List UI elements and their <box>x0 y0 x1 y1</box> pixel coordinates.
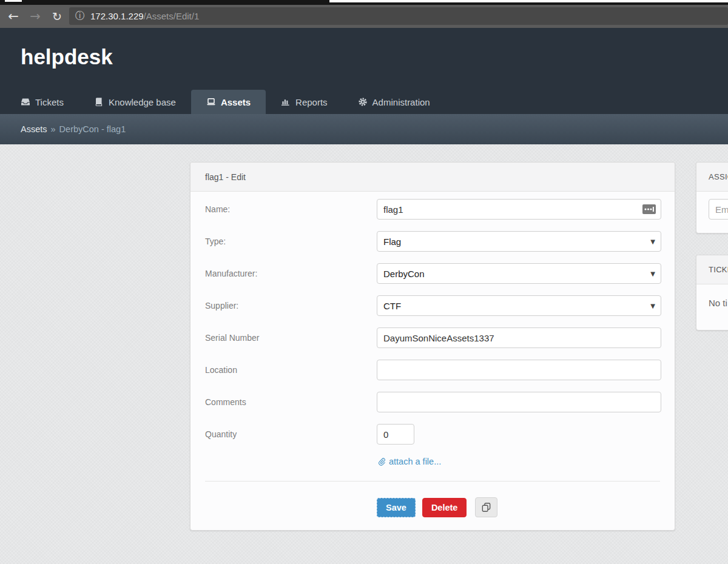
app-header: helpdesk <box>0 28 728 90</box>
window-behind-edge <box>329 0 728 2</box>
serial-number-input[interactable] <box>377 327 661 348</box>
url-bar[interactable]: ⓘ 172.30.1.229/Assets/Edit/1 <box>69 7 728 25</box>
location-label: Location <box>190 365 377 375</box>
tab-knowledge-base[interactable]: Knowledge base <box>79 90 191 114</box>
browser-tab-edge <box>5 0 22 2</box>
form-row-supplier: Supplier: CTF ▼ <box>190 295 675 316</box>
tab-assets[interactable]: Assets <box>191 90 266 114</box>
breadcrumb: Assets » DerbyCon - flag1 <box>0 114 728 144</box>
assigned-panel: ASSIG <box>696 162 728 233</box>
serial-number-label: Serial Number <box>190 333 377 343</box>
attach-file-label: attach a file... <box>389 457 441 466</box>
tickets-panel: TICKE No ti <box>696 255 728 331</box>
save-button[interactable]: Save <box>377 498 416 517</box>
manufacturer-select-value: DerbyCon <box>383 269 425 279</box>
tab-label: Assets <box>221 97 251 107</box>
form-row-serial: Serial Number <box>190 327 675 348</box>
url-path: /Assets/Edit/1 <box>144 11 200 21</box>
asset-edit-form: Name: Type: Flag ▼ Manufac <box>190 192 675 517</box>
assigned-employee-input[interactable] <box>709 199 728 220</box>
supplier-label: Supplier: <box>190 301 377 311</box>
tab-administration[interactable]: Administration <box>343 90 445 114</box>
form-row-type: Type: Flag ▼ <box>190 231 675 252</box>
asset-edit-panel: flag1 - Edit Name: Type: Flag ▼ <box>190 162 675 531</box>
tab-label: Tickets <box>35 97 64 107</box>
tickets-empty-text: No ti <box>696 284 728 321</box>
gear-icon <box>358 97 368 107</box>
form-row-location: Location <box>190 360 675 380</box>
breadcrumb-assets-link[interactable]: Assets <box>21 124 47 134</box>
form-divider <box>205 481 660 482</box>
form-actions: Save Delete <box>377 497 675 517</box>
type-label: Type: <box>190 237 377 246</box>
tickets-panel-title: TICKE <box>696 255 728 284</box>
form-row-name: Name: <box>190 199 675 220</box>
breadcrumb-separator: » <box>51 124 56 134</box>
app-title: helpdesk <box>0 28 728 69</box>
tab-tickets[interactable]: Tickets <box>5 90 79 114</box>
supplier-select[interactable]: CTF ▼ <box>377 295 661 316</box>
form-row-manufacturer: Manufacturer: DerbyCon ▼ <box>190 263 675 284</box>
tab-label: Knowledge base <box>109 97 176 107</box>
forward-icon[interactable]: → <box>24 6 46 27</box>
tab-label: Administration <box>372 97 430 107</box>
type-select[interactable]: Flag ▼ <box>377 231 661 252</box>
name-label: Name: <box>190 204 377 214</box>
copy-icon <box>481 502 491 512</box>
page-info-icon[interactable]: ⓘ <box>75 10 85 22</box>
manufacturer-label: Manufacturer: <box>190 269 377 278</box>
manufacturer-select[interactable]: DerbyCon ▼ <box>377 263 661 284</box>
tab-label: Reports <box>295 97 328 107</box>
name-input[interactable] <box>377 199 661 220</box>
comments-label: Comments <box>190 397 377 407</box>
supplier-select-value: CTF <box>383 301 401 311</box>
chevron-down-icon: ▼ <box>650 238 655 245</box>
attach-file-link[interactable]: attach a file... <box>377 457 675 466</box>
book-icon <box>94 97 104 107</box>
breadcrumb-current: DerbyCon - flag1 <box>59 124 126 134</box>
back-icon[interactable]: ← <box>2 6 24 27</box>
comments-input[interactable] <box>377 392 661 412</box>
panel-title: flag1 - Edit <box>190 163 675 192</box>
paperclip-icon <box>377 457 386 466</box>
quantity-input[interactable] <box>377 424 414 445</box>
autofill-icon[interactable] <box>642 204 656 214</box>
assigned-panel-title: ASSIG <box>696 163 728 192</box>
browser-toolbar: ← → ↻ ⓘ 172.30.1.229/Assets/Edit/1 <box>0 0 728 28</box>
quantity-label: Quantity <box>190 429 377 439</box>
page-content: flag1 - Edit Name: Type: Flag ▼ <box>0 144 728 564</box>
inbox-icon <box>21 97 30 107</box>
type-select-value: Flag <box>383 237 401 247</box>
tab-reports[interactable]: Reports <box>266 90 343 114</box>
location-input[interactable] <box>377 360 661 380</box>
delete-button[interactable]: Delete <box>422 498 467 517</box>
reload-icon[interactable]: ↻ <box>46 6 68 27</box>
main-navigation: Tickets Knowledge base Assets Reports Ad… <box>0 90 728 114</box>
form-row-quantity: Quantity <box>190 424 675 445</box>
url-host: 172.30.1.229 <box>90 11 144 21</box>
bar-chart-icon <box>281 97 291 107</box>
duplicate-button[interactable] <box>475 497 497 517</box>
laptop-icon <box>206 97 216 107</box>
form-row-comments: Comments <box>190 392 675 412</box>
chevron-down-icon: ▼ <box>650 270 655 277</box>
chevron-down-icon: ▼ <box>650 303 655 309</box>
